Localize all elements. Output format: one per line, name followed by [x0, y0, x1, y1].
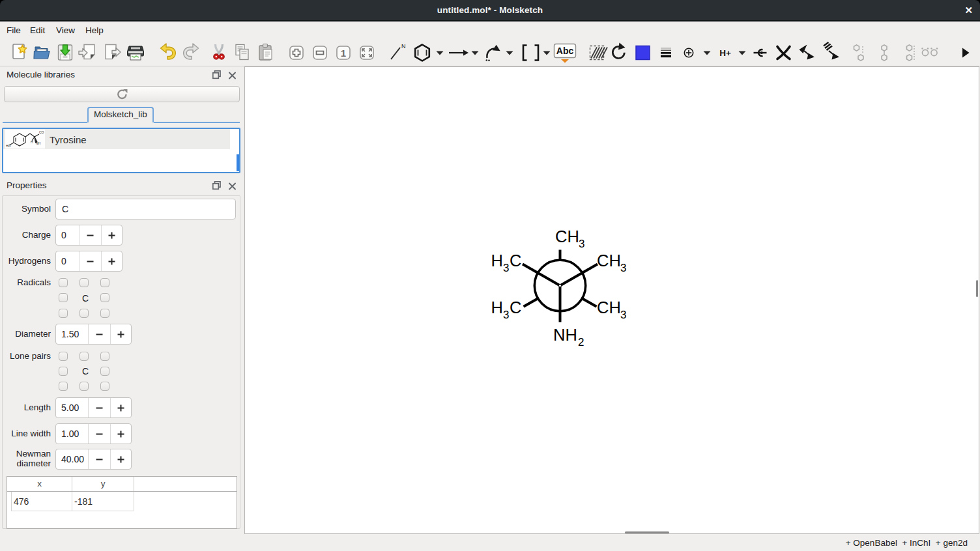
svg-text:3: 3: [503, 309, 509, 321]
svg-text:H: H: [491, 298, 503, 317]
svg-text:Abc: Abc: [556, 46, 574, 56]
svg-text:3: 3: [503, 262, 509, 274]
svg-text:2: 2: [578, 336, 584, 348]
svg-text:H: H: [31, 140, 33, 144]
svg-text:3: 3: [620, 309, 626, 321]
svg-text:NH: NH: [36, 141, 41, 145]
svg-text:C: C: [510, 298, 521, 317]
svg-text:1: 1: [341, 48, 346, 59]
svg-text:3: 3: [579, 238, 584, 250]
svg-text:CH: CH: [597, 251, 621, 270]
svg-text:H: H: [491, 251, 503, 270]
svg-text:CH: CH: [597, 298, 621, 317]
svg-text:N: N: [401, 43, 406, 49]
svg-text:C: C: [510, 251, 521, 270]
svg-text:CO: CO: [39, 130, 44, 134]
svg-text:3: 3: [620, 262, 626, 274]
svg-text:CH: CH: [555, 227, 579, 246]
svg-text:HO: HO: [6, 144, 11, 148]
svg-text:NH: NH: [553, 326, 577, 344]
svg-text:H+: H+: [719, 48, 731, 58]
